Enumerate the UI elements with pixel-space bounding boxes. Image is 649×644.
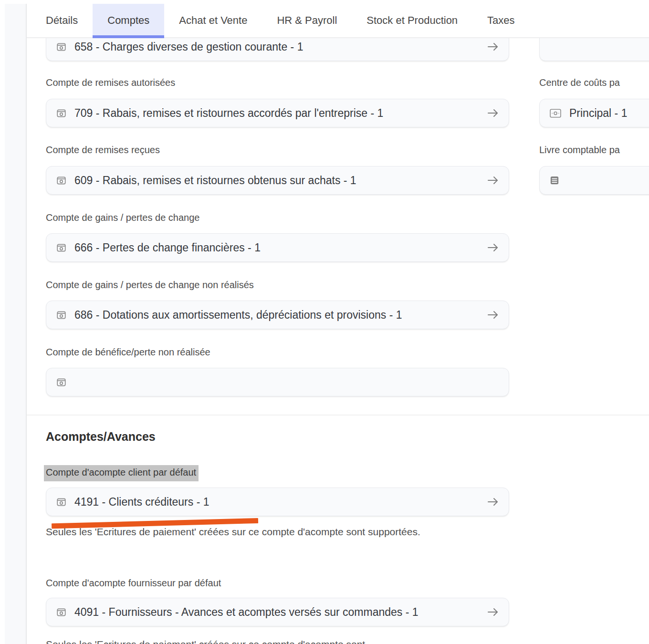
field-label-unrealized-exchange: Compte de gains / pertes de change non r… [46,280,254,291]
field-default-cost-center[interactable]: Principal - 1 [539,99,649,127]
supplier-advance-help-text: Seules les 'Ecritures de paiement' créée… [46,634,428,644]
field-value: 658 - Charges diverses de gestion couran… [74,41,303,53]
arrow-right-icon[interactable] [487,175,499,186]
account-icon [56,42,66,52]
arrow-right-icon[interactable] [487,497,499,507]
arrow-right-icon[interactable] [487,310,499,320]
arrow-right-icon[interactable] [487,108,499,118]
tab-stock-et-production[interactable]: Stock et Production [352,4,472,37]
tab-taxes[interactable]: Taxes [472,4,529,37]
tab-achat-et-vente[interactable]: Achat et Vente [164,4,262,37]
field-value: 4091 - Fournisseurs - Avances et acompte… [74,606,419,619]
tab-hr-payroll[interactable]: HR & Payroll [262,4,352,37]
field-value: Principal - 1 [569,107,627,120]
field-label-unrealized-profit-loss: Compte de bénéfice/perte non réalisée [46,347,210,358]
arrow-right-icon[interactable] [487,42,499,52]
field-unrealized-exchange-gain-loss-account[interactable]: 686 - Dotations aux amortissements, dépr… [46,301,509,329]
field-default-supplier-advance-account[interactable]: 4091 - Fournisseurs - Avances et acompte… [46,598,509,626]
field-value: 666 - Pertes de change financières - 1 [74,241,261,254]
field-unrealized-profit-loss-account[interactable] [46,368,509,396]
account-icon [56,176,66,186]
field-label-default-ledger: Livre comptable pa [539,145,620,156]
field-value: 709 - Rabais, remises et ristournes acco… [74,107,383,120]
account-icon [56,497,66,507]
section-divider [27,415,649,415]
field-value: 609 - Rabais, remises et ristournes obte… [74,174,356,187]
cost-center-icon [550,109,561,118]
arrow-right-icon[interactable] [487,607,499,617]
field-label-exchange-gain-loss: Compte de gains / pertes de change [46,212,199,223]
field-discount-received-account[interactable]: 609 - Rabais, remises et ristournes obte… [46,166,509,195]
account-icon [56,243,66,253]
field-label-discount-allowed: Compte de remises autorisées [46,77,175,88]
field-label-discount-received: Compte de remises reçues [46,145,160,156]
arrow-right-icon[interactable] [487,242,499,253]
account-icon [56,108,66,118]
left-sidebar-rail [5,4,27,644]
account-icon [56,377,66,387]
field-label-customer-advance-highlighted: Compte d'acompte client par défaut [44,465,199,481]
field-value: 686 - Dotations aux amortissements, dépr… [74,309,402,322]
book-icon [550,176,559,185]
tab-bar: Détails Comptes Achat et Vente HR & Payr… [27,0,649,38]
field-default-customer-advance-account[interactable]: 4191 - Clients créditeurs - 1 [46,488,509,516]
section-title-advances: Acomptes/Avances [46,430,156,444]
tab-comptes[interactable]: Comptes [93,4,164,37]
field-default-ledger[interactable] [539,166,649,195]
field-exchange-gain-loss-account[interactable]: 666 - Pertes de change financières - 1 [46,233,509,262]
field-value: 4191 - Clients créditeurs - 1 [74,496,209,509]
field-label-supplier-advance: Compte d'acompte fournisseur par défaut [46,578,221,589]
account-icon [56,607,66,617]
tab-details[interactable]: Détails [31,4,93,37]
account-icon [56,310,66,320]
field-discount-allowed-account[interactable]: 709 - Rabais, remises et ristournes acco… [46,99,509,127]
field-label-default-cost-center: Centre de coûts pa [539,77,620,88]
